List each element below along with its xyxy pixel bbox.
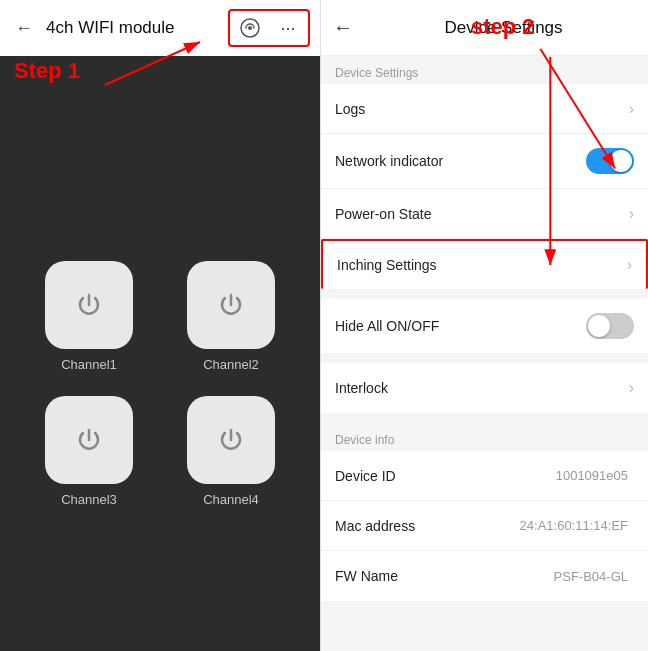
channel-3-item: Channel3 — [30, 396, 148, 507]
channel-4-button[interactable] — [187, 396, 275, 484]
hide-all-toggle[interactable] — [586, 313, 634, 339]
power-icon-1 — [71, 287, 107, 323]
device-id-value: 1001091e05 — [556, 468, 628, 483]
logs-chevron-icon: › — [629, 100, 634, 118]
step1-label: Step 1 — [14, 58, 80, 84]
power-on-state-label: Power-on State — [335, 206, 629, 222]
network-indicator-label: Network indicator — [335, 153, 586, 169]
settings-item-inching-settings[interactable]: Inching Settings › — [321, 239, 648, 289]
inching-settings-label: Inching Settings — [337, 257, 627, 273]
channel-2-button[interactable] — [187, 261, 275, 349]
settings-group-interlock: Interlock › — [321, 363, 648, 413]
hide-all-label: Hide All ON/OFF — [335, 318, 586, 334]
header-icon-group: ··· — [228, 9, 310, 47]
right-header: ← Device Settings — [321, 0, 648, 56]
power-on-chevron-icon: › — [629, 205, 634, 223]
settings-group-device-info: Device ID 1001091e05 Mac address 24:A1:6… — [321, 451, 648, 601]
settings-item-logs[interactable]: Logs › — [321, 84, 648, 134]
mac-address-label: Mac address — [335, 518, 520, 534]
interlock-chevron-icon: › — [629, 379, 634, 397]
inching-chevron-icon: › — [627, 256, 632, 274]
more-icon[interactable]: ··· — [274, 14, 302, 42]
settings-list: Device Settings Logs › Network indicator… — [321, 56, 648, 651]
channel-grid: Channel1 Channel2 Channel3 — [0, 56, 320, 651]
fw-name-value: PSF-B04-GL — [554, 569, 628, 584]
power-icon-4 — [213, 422, 249, 458]
left-header: ← 4ch WIFI module ··· — [0, 0, 320, 56]
settings-item-mac-address: Mac address 24:A1:60:11:14:EF — [321, 501, 648, 551]
settings-item-network-indicator[interactable]: Network indicator — [321, 134, 648, 189]
network-indicator-toggle[interactable] — [586, 148, 634, 174]
power-icon-3 — [71, 422, 107, 458]
wifi-icon[interactable] — [236, 14, 264, 42]
channel-1-button[interactable] — [45, 261, 133, 349]
section-header-device-settings: Device Settings — [321, 56, 648, 84]
fw-name-label: FW Name — [335, 568, 554, 584]
channel-2-label: Channel2 — [203, 357, 259, 372]
toggle-knob — [610, 150, 632, 172]
settings-item-device-id: Device ID 1001091e05 — [321, 451, 648, 501]
right-panel: ← Device Settings step 2 Device Settings… — [320, 0, 648, 651]
channel-2-item: Channel2 — [172, 261, 290, 372]
channel-4-item: Channel4 — [172, 396, 290, 507]
mac-address-value: 24:A1:60:11:14:EF — [520, 518, 628, 533]
hide-toggle-knob — [588, 315, 610, 337]
channel-3-button[interactable] — [45, 396, 133, 484]
channel-1-item: Channel1 — [30, 261, 148, 372]
settings-item-fw-name: FW Name PSF-B04-GL — [321, 551, 648, 601]
back-button[interactable]: ← — [10, 14, 38, 42]
left-panel: ← 4ch WIFI module ··· Step 1 — [0, 0, 320, 651]
settings-group-main: Logs › Network indicator Power-on State … — [321, 84, 648, 289]
channel-3-label: Channel3 — [61, 492, 117, 507]
right-back-button[interactable]: ← — [333, 16, 361, 39]
settings-item-interlock[interactable]: Interlock › — [321, 363, 648, 413]
power-icon-2 — [213, 287, 249, 323]
settings-item-hide-all[interactable]: Hide All ON/OFF — [321, 299, 648, 353]
settings-item-power-on-state[interactable]: Power-on State › — [321, 189, 648, 239]
svg-point-1 — [248, 26, 252, 30]
channel-4-label: Channel4 — [203, 492, 259, 507]
settings-group-hide: Hide All ON/OFF — [321, 299, 648, 353]
section-header-device-info: Device info — [321, 423, 648, 451]
device-title: 4ch WIFI module — [46, 18, 220, 38]
logs-label: Logs — [335, 101, 629, 117]
device-id-label: Device ID — [335, 468, 556, 484]
right-header-title: Device Settings — [371, 18, 636, 38]
channel-1-label: Channel1 — [61, 357, 117, 372]
interlock-label: Interlock — [335, 380, 629, 396]
